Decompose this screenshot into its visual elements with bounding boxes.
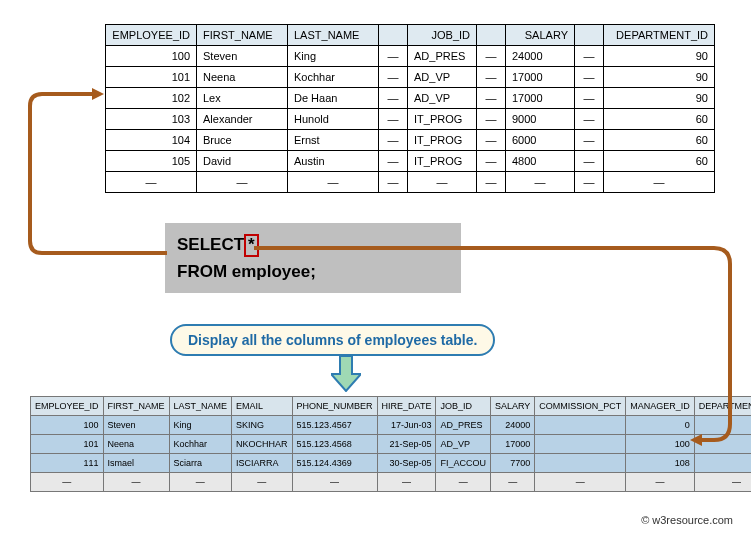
col-employee-id: EMPLOYEE_ID	[106, 25, 197, 46]
col-gap2	[477, 25, 506, 46]
col-gap3	[575, 25, 604, 46]
col-last-name: LAST_NAME	[288, 25, 379, 46]
table-row: 105 David Austin — IT_PROG — 4800 — 60	[106, 151, 715, 172]
footer-credit: © w3resource.com	[641, 514, 733, 526]
svg-marker-1	[92, 88, 104, 100]
col-dept-id: DEPARTMENT_ID	[604, 25, 715, 46]
table-row: 103 Alexander Hunold — IT_PROG — 9000 — …	[106, 109, 715, 130]
col-first-name: FIRST_NAME	[197, 25, 288, 46]
col-gap1	[379, 25, 408, 46]
svg-marker-2	[690, 434, 702, 446]
table-row: 100 Steven King — AD_PRES — 24000 — 90	[106, 46, 715, 67]
table-header-row: EMPLOYEE_ID FIRST_NAME LAST_NAME JOB_ID …	[106, 25, 715, 46]
col-salary: SALARY	[506, 25, 575, 46]
connector-arrow-right	[234, 244, 744, 458]
table-dash-row: — — — — — — — — —	[106, 172, 715, 193]
table-row: 102 Lex De Haan — AD_VP — 17000 — 90	[106, 88, 715, 109]
table-row: 101 Neena Kochhar — AD_VP — 17000 — 90	[106, 67, 715, 88]
connector-arrow-left	[22, 88, 172, 272]
table-row: 104 Bruce Ernst — IT_PROG — 6000 — 60	[106, 130, 715, 151]
source-table: EMPLOYEE_ID FIRST_NAME LAST_NAME JOB_ID …	[105, 24, 715, 193]
table-dash-row: — — — — — — — — — — —	[31, 473, 752, 492]
col-job-id: JOB_ID	[408, 25, 477, 46]
